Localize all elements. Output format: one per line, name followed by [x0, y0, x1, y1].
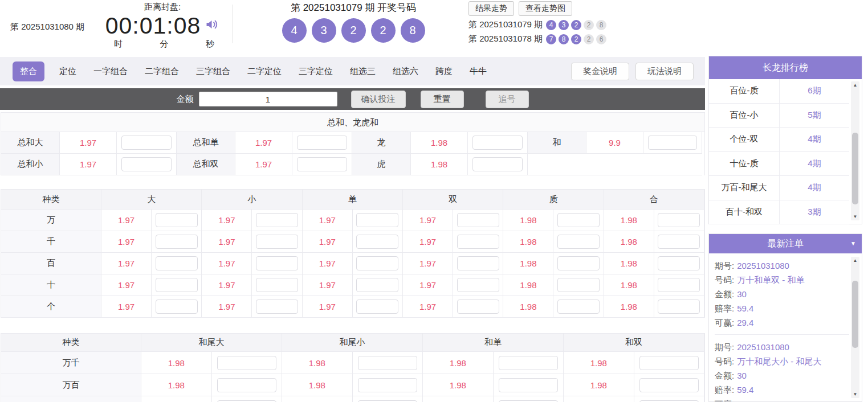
bet-amount-input[interactable]: [256, 235, 298, 249]
bet-amount-input[interactable]: [557, 235, 600, 249]
odds-cell[interactable]: 1.98: [503, 210, 553, 231]
odds-cell[interactable]: 1.98: [564, 374, 634, 396]
bet-amount-input[interactable]: [256, 278, 298, 292]
reset-button[interactable]: 重置: [421, 91, 464, 108]
odds-cell[interactable]: 1.98: [411, 132, 468, 154]
odds-cell[interactable]: 1.97: [202, 210, 252, 231]
bet-amount-input[interactable]: [457, 235, 499, 249]
tab-sanzi-dingwei[interactable]: 三字定位: [299, 66, 333, 77]
odds-cell[interactable]: 1.98: [503, 253, 553, 274]
scrollbar-thumb[interactable]: [852, 133, 858, 204]
odds-cell[interactable]: 1.98: [604, 296, 654, 318]
bet-amount-input[interactable]: [358, 400, 417, 402]
bet-amount-input[interactable]: [499, 356, 558, 370]
scroll-up-icon[interactable]: ▲: [851, 258, 859, 263]
odds-cell[interactable]: 1.98: [282, 352, 353, 374]
bet-amount-input[interactable]: [499, 378, 558, 392]
bet-amount-input[interactable]: [639, 356, 699, 370]
bet-amount-input[interactable]: [217, 378, 276, 392]
odds-cell[interactable]: 1.98: [604, 231, 654, 253]
odds-cell[interactable]: 1.98: [423, 396, 494, 402]
bet-amount-input[interactable]: [156, 256, 198, 270]
odds-cell[interactable]: 1.97: [303, 253, 353, 274]
bet-amount-input[interactable]: [472, 136, 523, 150]
bet-amount-input[interactable]: [557, 300, 600, 314]
scroll-up-icon[interactable]: ▲: [851, 83, 859, 88]
rules-info-button[interactable]: 玩法说明: [635, 63, 694, 80]
view-trend-chart-button[interactable]: 查看走势图: [519, 1, 572, 16]
odds-cell[interactable]: 1.97: [303, 210, 353, 231]
odds-cell[interactable]: 1.97: [235, 132, 292, 154]
odds-cell[interactable]: 1.97: [101, 253, 152, 274]
odds-cell[interactable]: 1.97: [303, 231, 353, 253]
odds-cell[interactable]: 1.98: [604, 253, 654, 274]
bet-amount-input[interactable]: [356, 300, 398, 314]
tab-dingwei[interactable]: 定位: [59, 66, 76, 77]
tab-erzi-dingwei[interactable]: 二字定位: [247, 66, 282, 77]
speaker-icon[interactable]: [204, 18, 219, 34]
bet-amount-input[interactable]: [156, 213, 198, 227]
odds-cell[interactable]: 1.97: [403, 296, 453, 318]
odds-cell[interactable]: 1.97: [403, 274, 453, 296]
tab-yizi-zuhe[interactable]: 一字组合: [93, 66, 128, 77]
result-trend-button[interactable]: 结果走势: [468, 1, 514, 16]
odds-cell[interactable]: 1.98: [141, 396, 212, 402]
bet-amount-input[interactable]: [217, 356, 276, 370]
bet-amount-input[interactable]: [457, 256, 499, 270]
bet-amount-input[interactable]: [639, 400, 699, 402]
bet-amount-input[interactable]: [499, 400, 558, 402]
bet-amount-input[interactable]: [648, 136, 698, 150]
tab-kuadu[interactable]: 跨度: [435, 66, 453, 77]
bet-amount-input[interactable]: [256, 256, 298, 270]
bet-amount-input[interactable]: [457, 278, 499, 292]
scroll-down-icon[interactable]: ▼: [851, 214, 859, 219]
odds-cell[interactable]: 1.97: [235, 154, 292, 175]
odds-cell[interactable]: 1.98: [423, 374, 494, 396]
scrollbar-thumb[interactable]: [852, 281, 858, 348]
bet-amount-input[interactable]: [156, 300, 198, 314]
bet-amount-input[interactable]: [256, 213, 298, 227]
bet-amount-input[interactable]: [557, 256, 600, 270]
odds-cell[interactable]: 1.97: [101, 274, 152, 296]
odds-cell[interactable]: 1.98: [282, 374, 353, 396]
odds-cell[interactable]: 1.97: [403, 210, 453, 231]
bet-amount-input[interactable]: [356, 213, 398, 227]
bet-amount-input[interactable]: [457, 213, 499, 227]
odds-cell[interactable]: 1.97: [403, 231, 453, 253]
tab-zuxuan3[interactable]: 组选三: [350, 66, 376, 77]
confirm-bet-button[interactable]: 确认投注: [351, 91, 406, 108]
bet-amount-input[interactable]: [639, 378, 699, 392]
odds-cell[interactable]: 1.97: [403, 253, 453, 274]
bet-amount-input[interactable]: [356, 235, 398, 249]
bet-amount-input[interactable]: [356, 256, 398, 270]
odds-cell[interactable]: 1.98: [503, 231, 553, 253]
amount-input[interactable]: [199, 92, 337, 106]
odds-cell[interactable]: 1.97: [202, 296, 252, 318]
ranking-scrollbar[interactable]: ▲ ▼: [851, 81, 859, 220]
odds-cell[interactable]: 9.9: [586, 132, 643, 154]
bet-amount-input[interactable]: [358, 378, 417, 392]
bet-amount-input[interactable]: [297, 157, 347, 171]
odds-cell[interactable]: 1.98: [411, 154, 468, 175]
odds-cell[interactable]: 1.98: [564, 352, 634, 374]
bet-amount-input[interactable]: [217, 400, 276, 402]
odds-cell[interactable]: 1.98: [604, 274, 654, 296]
bet-amount-input[interactable]: [658, 300, 700, 314]
tab-niuniu[interactable]: 牛牛: [470, 66, 487, 77]
bet-amount-input[interactable]: [297, 136, 347, 150]
bets-scrollbar[interactable]: ▲ ▼: [851, 257, 859, 398]
odds-cell[interactable]: 1.97: [101, 210, 152, 231]
bet-amount-input[interactable]: [356, 278, 398, 292]
bet-amount-input[interactable]: [156, 235, 198, 249]
odds-cell[interactable]: 1.97: [101, 231, 152, 253]
bet-amount-input[interactable]: [557, 278, 600, 292]
odds-cell[interactable]: 1.97: [202, 253, 252, 274]
chase-number-button[interactable]: 追号: [486, 91, 529, 108]
odds-cell[interactable]: 1.98: [503, 274, 553, 296]
odds-cell[interactable]: 1.97: [60, 132, 117, 154]
odds-cell[interactable]: 1.97: [202, 274, 252, 296]
bet-amount-input[interactable]: [658, 278, 700, 292]
odds-cell[interactable]: 1.97: [303, 296, 353, 318]
odds-cell[interactable]: 1.98: [564, 396, 634, 402]
collapse-arrow-icon[interactable]: ▼: [850, 234, 856, 253]
